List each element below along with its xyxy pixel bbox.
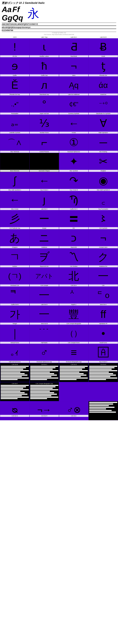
glyph-label: Misc Symbols <box>59 170 88 172</box>
text-line <box>89 412 116 413</box>
glyph-label: Phonetic Ext Sup <box>0 94 29 96</box>
very-bottom-row: ᴓCJK Ext G¬→CJK Ext H♂⊗CJK Ext I <box>0 401 118 420</box>
glyph-symbol: ─ <box>99 134 107 150</box>
text-line <box>60 376 81 377</box>
glyph-block: ϠCyrillic Ext X <box>59 191 88 210</box>
glyph-symbol: 🄰 <box>98 344 108 361</box>
glyph-symbol: Ě <box>11 77 18 93</box>
glyph-label: Latin Ext Additional <box>59 94 88 96</box>
glyph-label: Misc Technical <box>0 151 29 153</box>
glyph-symbol: ▪ <box>42 153 46 170</box>
glyph-symbol: ¬ <box>100 230 106 246</box>
glyph-symbol: ⌐ <box>41 134 47 150</box>
glyph-block: ꜀Sup Punctuation <box>88 191 118 210</box>
glyph-label: Block Elements <box>0 170 29 172</box>
glyph-block: ⌐Control Pictures <box>30 134 59 153</box>
text-line <box>1 394 27 395</box>
glyph-block: ﹉Half Marks <box>30 325 59 344</box>
glyph-symbol: あ <box>9 230 20 246</box>
text-line <box>89 404 113 404</box>
glyph-label: Modifier Letters <box>30 55 59 58</box>
glyph-label: Greek Ext <box>89 94 118 96</box>
glyph-block: ƋDiacriticals <box>59 38 88 58</box>
glyph-symbol: Ƌ <box>70 38 77 55</box>
glyph-symbol: ȷ <box>43 191 46 208</box>
text-line <box>30 396 58 398</box>
font-source-text: Font Source: http://www.fontke.com/font/… <box>2 34 116 36</box>
glyph-label: CJK Compat <box>30 284 59 286</box>
glyph-symbol: כ <box>71 230 77 246</box>
glyph-label: Number Forms <box>30 132 59 134</box>
glyph-symbol: άα <box>99 77 108 93</box>
glyph-label: CJK Strokes <box>59 265 88 268</box>
glyph-symbol: 彡 <box>10 210 20 227</box>
glyph-symbol: ｜ <box>10 325 20 342</box>
glyph-symbol: ɩ <box>42 38 46 55</box>
text-line <box>1 378 29 378</box>
glyph-label: Hiragana <box>0 246 29 248</box>
alphabet-upper: ABCDEFGHIJKLMNOPQRSTUVWXYZ <box>2 22 116 26</box>
sample-ff: Ff <box>12 5 23 14</box>
glyph-block: ⁻⁺⁰Diacriticals For Symbols <box>88 96 118 115</box>
glyph-label: Enclosed Alphanums Sup <box>30 361 59 363</box>
text-line <box>60 378 88 378</box>
glyph-block: ffAlphabetic PF <box>88 306 118 325</box>
glyph-symbol: ¬ <box>71 58 77 74</box>
glyph-label: Katakana <box>30 246 59 248</box>
very-bottom-label: CJK Ext H <box>30 415 59 417</box>
text-line <box>30 367 55 368</box>
glyph-block: ｡ｨHalf And Full Forms <box>0 344 30 363</box>
glyph-label: CJK <box>89 284 118 286</box>
glyph-symbol: 〽 <box>69 248 79 265</box>
text-line <box>89 379 106 380</box>
glyph-block: .,•"Punctuation <box>0 96 30 115</box>
glyph-symbol: ｡ｨ <box>11 344 19 361</box>
glyph-label: Cyrillic Ext B <box>0 304 29 306</box>
glyph-block: ■Block Elements <box>0 153 30 172</box>
glyph-symbol: アパト <box>35 268 53 284</box>
glyph-symbol: ← <box>39 172 49 189</box>
glyph-symbol: ° <box>42 96 46 112</box>
text-line <box>1 391 20 392</box>
text-line <box>30 386 55 387</box>
text-line <box>89 410 112 411</box>
glyph-block: ーKangxi <box>30 210 59 229</box>
text-line <box>30 391 50 392</box>
glyph-label: Bopomofo <box>59 246 88 248</box>
very-bottom-symbol: ♂⊗ <box>67 404 81 415</box>
very-bottom-symbol: ᴓ <box>12 404 18 415</box>
very-bottom-block: ♂⊗CJK Ext I <box>59 401 88 420</box>
text-line <box>1 396 29 398</box>
glyph-symbol: ≡ <box>71 344 77 361</box>
copyright-text: © Design by fontke.com <box>2 32 116 34</box>
text-line <box>1 374 27 376</box>
text-line <box>89 407 114 408</box>
glyph-block: 彡CJK Radicals Sup <box>0 210 30 229</box>
glyph-label: Cyrillic Sup <box>30 74 59 76</box>
glyph-symbol: Ąq <box>69 77 79 93</box>
text-line <box>89 370 117 371</box>
sec-ascii: ASCII <box>0 36 30 38</box>
text-line <box>1 372 20 373</box>
glyph-block: ȷLatin Ext C <box>30 191 59 210</box>
glyph-label: Jamo <box>59 74 88 76</box>
alphabet-lower: abcdefghijklmnopqrstuvwxyz <box>2 26 116 29</box>
glyph-label: Enclosed Alphanums <box>59 151 88 153</box>
text-line <box>30 372 50 373</box>
glyph-block: ヺBopomofo Ext <box>30 248 59 268</box>
glyph-block: ɘCyrillic <box>0 58 30 76</box>
glyph-symbol: ᄏ <box>10 287 20 303</box>
text-line <box>1 395 22 396</box>
glyph-symbol: ᄃo <box>97 287 109 303</box>
glyph-symbol: Ƀ <box>100 38 107 55</box>
glyph-block: 北CJK Ext A <box>59 268 88 286</box>
glyph-symbol: ニ <box>39 230 50 246</box>
glyph-block: あHiragana <box>0 229 30 248</box>
glyph-block: ㄱKanbun <box>0 248 30 268</box>
glyph-block: (ㄱ)Enclosed CJK <box>0 268 30 286</box>
glyph-symbol: ヺ <box>39 248 50 265</box>
glyph-label: Jamo Ext B <box>30 322 59 325</box>
glyph-block: アパトCJK Compat <box>30 268 59 286</box>
glyph-symbol: ₵€" <box>69 96 78 112</box>
glyph-block: ◉Misc Math Symbols B <box>88 172 118 191</box>
